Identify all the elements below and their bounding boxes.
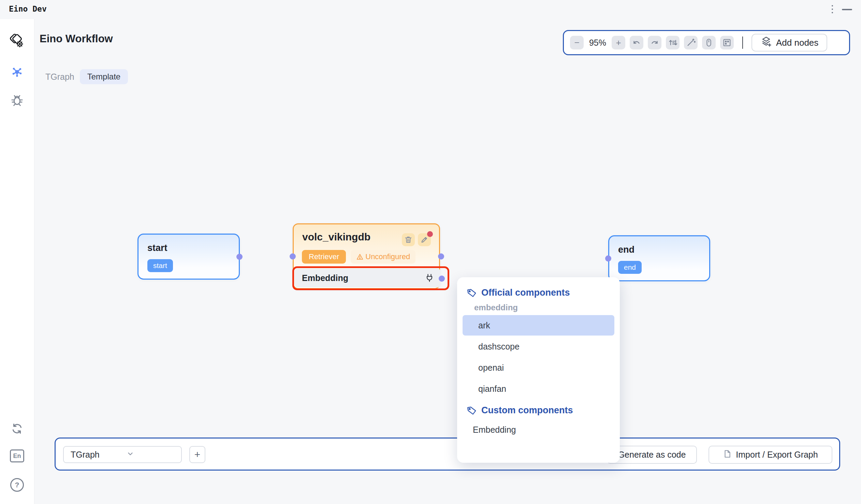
sidebar-item-workflow[interactable] (11, 66, 24, 80)
sidebar-refresh-icon[interactable] (11, 422, 24, 436)
sidebar: En ? (0, 19, 35, 504)
node-volc-output-port[interactable] (438, 253, 444, 260)
node-start[interactable]: start start (137, 234, 240, 280)
plug-icon (425, 273, 434, 284)
node-start-title: start (147, 243, 167, 253)
pencil-icon (420, 235, 429, 244)
add-graph-label: + (194, 449, 201, 460)
node-volc-title: volc_vikingdb (302, 231, 370, 243)
embedding-slot-label: Embedding (302, 268, 348, 288)
node-start-badge: start (147, 259, 173, 272)
zoom-out-button[interactable]: − (570, 36, 584, 50)
zoom-level: 95% (588, 38, 607, 48)
canvas-toolbar: − 95% + (563, 30, 850, 55)
app-title: Eino Dev (9, 4, 47, 13)
zoom-in-button[interactable]: + (612, 36, 625, 50)
magic-wand-button[interactable] (684, 36, 698, 50)
embedding-slot-row[interactable]: Embedding (295, 268, 440, 288)
generate-as-code-label: Generate as code (618, 450, 686, 460)
menu-item-dashscope[interactable]: dashscope (463, 336, 614, 357)
embedding-slot-port[interactable] (439, 276, 445, 282)
node-status-badge: Unconfigured (351, 250, 415, 264)
menu-item-ark[interactable]: ark (463, 315, 614, 336)
node-end-title: end (618, 244, 634, 255)
import-export-label: Import / Export Graph (736, 450, 818, 460)
chevron-down-icon (126, 450, 176, 460)
add-nodes-button[interactable]: Add nodes (752, 34, 827, 52)
import-export-graph-button[interactable]: Import / Export Graph (709, 446, 832, 464)
layers-plus-icon (760, 36, 772, 50)
minimize-icon[interactable] (842, 9, 852, 10)
edit-alert-dot (427, 231, 433, 237)
warning-icon (356, 253, 364, 261)
node-start-output-port[interactable] (236, 254, 243, 260)
menu-item-openai[interactable]: openai (463, 358, 614, 378)
help-icon[interactable]: ? (10, 478, 24, 492)
edit-node-button[interactable] (418, 233, 431, 246)
node-volc-vikingdb[interactable]: volc_vikingdb Retriever (293, 223, 440, 289)
tag-icon (466, 287, 478, 299)
language-toggle[interactable]: En (10, 449, 24, 462)
delete-node-button[interactable] (402, 233, 415, 246)
node-end-badge: end (618, 261, 642, 274)
help-label: ? (15, 481, 19, 489)
minimap-button[interactable] (720, 36, 734, 50)
node-end[interactable]: end end (608, 235, 710, 281)
page-title: Eino Workflow (40, 33, 113, 45)
node-volc-input-port[interactable] (290, 253, 296, 260)
mouse-mode-button[interactable] (702, 36, 716, 50)
embedding-group-label: embedding (474, 303, 614, 312)
graph-tab-bar: TGraph + Generate as code Import / Expor… (55, 437, 840, 471)
component-select-menu: Official components embedding ark dashsc… (457, 277, 620, 463)
menu-item-custom-embedding[interactable]: Embedding (463, 420, 614, 439)
app-window: Eino Dev (0, 0, 861, 504)
node-end-input-port[interactable] (605, 255, 611, 262)
graph-selector-value: TGraph (71, 450, 120, 460)
trash-icon (404, 235, 413, 244)
add-graph-button[interactable]: + (189, 446, 205, 463)
undo-button[interactable] (630, 36, 643, 50)
add-nodes-label: Add nodes (776, 38, 818, 48)
window-menu-icon[interactable] (832, 5, 833, 13)
tag-icon (466, 405, 478, 416)
auto-layout-button[interactable] (666, 36, 680, 50)
template-badge: Template (80, 69, 128, 84)
menu-item-qianfan[interactable]: qianfan (463, 378, 614, 399)
embedding-slot-selection[interactable]: Embedding (292, 266, 449, 290)
custom-components-header: Custom components (467, 405, 614, 416)
toolbar-divider (742, 37, 743, 49)
file-icon (723, 449, 732, 460)
graph-selector[interactable]: TGraph (63, 446, 182, 463)
breadcrumb: TGraph Template (45, 69, 128, 84)
title-bar: Eino Dev (0, 0, 861, 19)
sidebar-item-debug[interactable] (11, 94, 24, 108)
official-components-header: Official components (467, 288, 614, 298)
redo-button[interactable] (648, 36, 661, 50)
app-logo-icon (9, 33, 25, 50)
node-status-label: Unconfigured (365, 252, 410, 261)
breadcrumb-graph-name[interactable]: TGraph (45, 72, 74, 82)
node-type-badge: Retriever (302, 250, 346, 264)
language-label: En (13, 452, 21, 460)
generate-as-code-button[interactable]: Generate as code (607, 446, 697, 464)
